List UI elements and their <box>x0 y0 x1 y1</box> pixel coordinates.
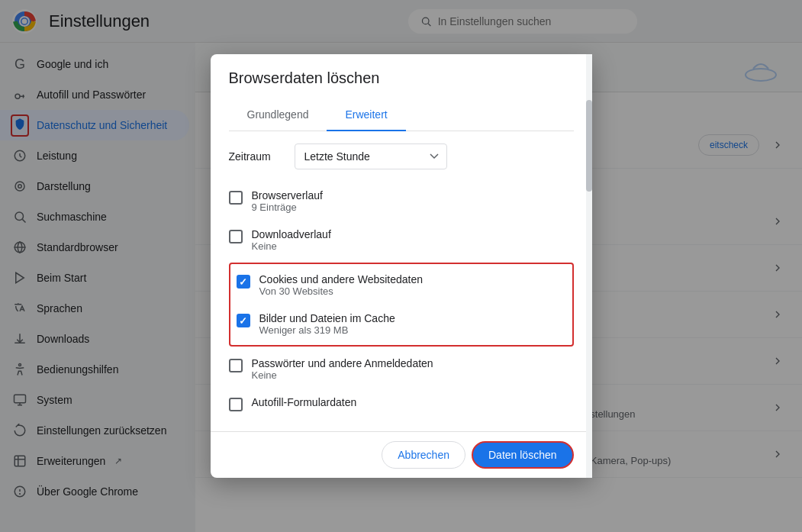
checkbox-label: Passwörter und andere Anmeldedaten <box>252 357 433 369</box>
checkbox-download-history[interactable]: Downloadverlauf Keine <box>229 221 574 260</box>
checkbox-label: Autofill-Formulardaten <box>252 396 357 408</box>
tab-basic[interactable]: Grundlegend <box>229 99 327 131</box>
dialog-footer: Abbrechen Daten löschen <box>211 431 592 478</box>
zeitraum-row: Zeitraum Letzte Stunde Letzter Tag Letzt… <box>229 143 574 169</box>
checkbox-browsing-history-input[interactable] <box>229 191 243 205</box>
checkbox-passwords-input[interactable] <box>229 359 243 372</box>
dialog-body: Zeitraum Letzte Stunde Letzter Tag Letzt… <box>211 131 592 431</box>
checkbox-passwords[interactable]: Passwörter und andere Anmeldedaten Keine <box>229 350 574 389</box>
delete-button[interactable]: Daten löschen <box>472 441 574 469</box>
zeitraum-label: Zeitraum <box>229 150 282 163</box>
checkbox-label: Downloadverlauf <box>252 228 331 240</box>
checkbox-cache-input[interactable] <box>237 314 250 327</box>
checkbox-desc: Weniger als 319 MB <box>259 324 395 336</box>
checkbox-desc: Von 30 Websites <box>259 285 424 297</box>
checkbox-browsing-history[interactable]: Browserverlauf 9 Einträge <box>229 182 574 221</box>
checkbox-label: Bilder und Dateien im Cache <box>259 312 395 324</box>
dialog-overlay: Browserdaten löschen Grundlegend Erweite… <box>0 0 802 532</box>
clear-browser-data-dialog: Browserdaten löschen Grundlegend Erweite… <box>211 54 592 478</box>
checkbox-desc: Keine <box>252 369 433 381</box>
zeitraum-select[interactable]: Letzte Stunde Letzter Tag Letzte Woche L… <box>295 143 447 169</box>
checkbox-cookies-input[interactable] <box>237 275 250 289</box>
cancel-button[interactable]: Abbrechen <box>382 441 465 469</box>
scrollbar-thumb[interactable] <box>586 100 592 192</box>
checkbox-desc: 9 Einträge <box>252 202 323 213</box>
checkbox-autofill[interactable]: Autofill-Formulardaten <box>229 389 574 419</box>
checkbox-cookies[interactable]: Cookies und andere Websitedaten Von 30 W… <box>237 266 566 305</box>
dialog-title: Browserdaten löschen <box>229 69 574 87</box>
checkbox-label: Browserverlauf <box>252 189 323 202</box>
scrollbar-track <box>586 54 592 478</box>
checkbox-autofill-input[interactable] <box>229 398 243 411</box>
checkbox-label: Cookies und andere Websitedaten <box>259 273 424 285</box>
checkbox-download-history-input[interactable] <box>229 230 243 243</box>
dialog-header: Browserdaten löschen Grundlegend Erweite… <box>211 54 592 131</box>
tab-advanced[interactable]: Erweitert <box>327 99 405 131</box>
dialog-tabs: Grundlegend Erweitert <box>229 99 574 131</box>
checkbox-cache[interactable]: Bilder und Dateien im Cache Weniger als … <box>237 305 566 343</box>
checkbox-desc: Keine <box>252 240 331 252</box>
